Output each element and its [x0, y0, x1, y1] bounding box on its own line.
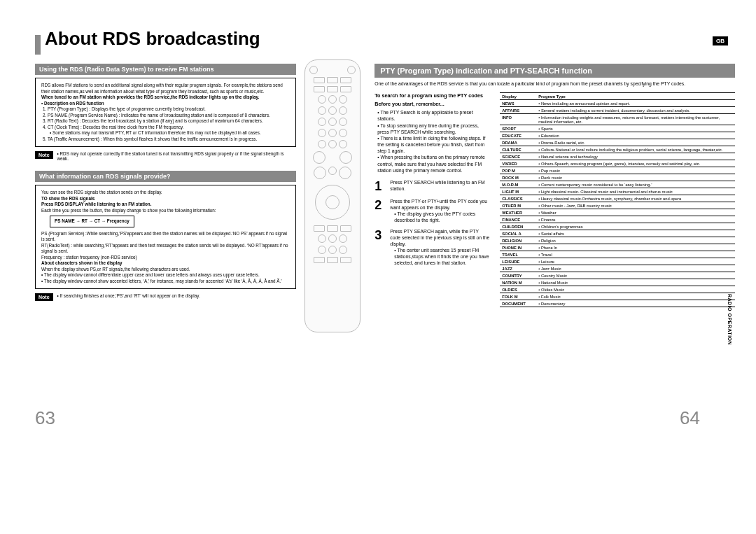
- section-header-info: What information can RDS signals provide…: [35, 171, 296, 182]
- step-text: Press PTY SEARCH while listening to an F…: [390, 179, 490, 194]
- pty-description: Rock music: [536, 174, 735, 181]
- pty-row: CHILDRENChildren's programmes: [500, 223, 735, 230]
- pty-display: FOLK M: [500, 293, 536, 300]
- pty-display: LEISURE: [500, 258, 536, 265]
- pty-table: Display Program Type NEWSNews including …: [500, 92, 735, 307]
- section-header-rds: Using the RDS (Radio Data System) to rec…: [35, 64, 296, 75]
- pty-col-display: Display: [500, 93, 536, 100]
- box2-c3: • The display window cannot show accente…: [41, 279, 290, 285]
- note-badge: Note: [35, 151, 53, 159]
- rds-item: 3. RT (Radio Text) : Decodes the text br…: [43, 118, 290, 125]
- box2-line1: You can see the RDS signals the station …: [41, 190, 290, 196]
- section-header-pty: PTY (Program Type) indication and PTY-SE…: [374, 64, 735, 78]
- rds-item-sub: • Some stations may not transmit PTY, RT…: [43, 130, 290, 136]
- pty-display: EDUCATE: [500, 132, 536, 139]
- pty-bullet: To stop searching any time during the pr…: [377, 122, 490, 135]
- pty-row: LIGHT MLight classical music- Classical …: [500, 188, 735, 195]
- pty-display: RELIGION: [500, 237, 536, 244]
- page-number-left: 63: [35, 407, 55, 429]
- pty-description: Heavy classical music-Orchestra music, s…: [536, 195, 735, 202]
- pty-row: OLDIESOldies Music: [500, 286, 735, 293]
- pty-description: Pop music: [536, 167, 735, 174]
- box2-h2: Press RDS DISPLAY while listening to an …: [41, 202, 151, 206]
- region-badge: GB: [713, 36, 728, 45]
- step-2: 2 Press the PTY-or PTY+until the PTY cod…: [374, 198, 490, 224]
- pty-display: WEATHER: [500, 209, 536, 216]
- pty-description: Religion: [536, 237, 735, 244]
- side-tab: RADIO OPERATION: [727, 294, 732, 345]
- step-1: 1 Press PTY SEARCH while listening to an…: [374, 179, 490, 194]
- note-badge: Note: [35, 293, 53, 301]
- box2-freq: Frequency : station frequency (non-RDS s…: [41, 255, 137, 260]
- pty-row: INFOInformation including weights and me…: [500, 114, 735, 125]
- step-text: Press the PTY-or PTY+until the PTY code …: [390, 198, 490, 211]
- remote-control-illustration: [304, 59, 360, 332]
- pty-display: LIGHT M: [500, 188, 536, 195]
- pty-description: Light classical music- Classical music a…: [536, 188, 735, 195]
- search-heading: To search for a program using the PTY co…: [374, 92, 490, 99]
- box2-line2: Each time you press the button, the disp…: [41, 208, 290, 214]
- pty-display: FINANCE: [500, 216, 536, 223]
- pty-row: FOLK MFolk Music: [500, 293, 735, 300]
- rds-intro: RDS allows FM stations to send an additi…: [41, 83, 290, 94]
- rds-item: 4. CT (Clock Time) : Decodes the real ti…: [43, 125, 290, 131]
- right-page: PTY (Program Type) indication and PTY-SE…: [374, 59, 735, 332]
- pty-description: Phone In: [536, 244, 735, 251]
- pty-display: NATION M: [500, 279, 536, 286]
- pty-description: Current contemporary music considered to…: [536, 181, 735, 188]
- pty-row: SCIENCENatural science and technology: [500, 153, 735, 160]
- pty-row: DOCUMENTDocumentary: [500, 300, 735, 307]
- pty-row: SOCIAL ASocial affairs: [500, 230, 735, 237]
- pty-display: VARIED: [500, 160, 536, 167]
- pty-row: VARIEDOthers-Speech, amusing program (qu…: [500, 160, 735, 167]
- pty-description: Sports: [536, 125, 735, 132]
- pty-intro: One of the advantages of the RDS service…: [374, 80, 735, 87]
- pty-row: POP MPop music: [500, 167, 735, 174]
- pty-description: Social affairs: [536, 230, 735, 237]
- pty-display: OTHER M: [500, 202, 536, 209]
- rds-description-box: RDS allows FM stations to send an additi…: [35, 78, 296, 147]
- pty-display: CLASSICS: [500, 195, 536, 202]
- pty-description: Others-Speech, amusing program (quiz, ga…: [536, 160, 735, 167]
- box2-c2: • The display window cannot differentiat…: [41, 272, 290, 279]
- pty-bullet: There is a time limit in doing the follo…: [377, 135, 490, 155]
- pty-display: DRAMA: [500, 139, 536, 146]
- pty-display: POP M: [500, 167, 536, 174]
- pty-description: Culture-National or local culture includ…: [536, 146, 735, 153]
- pty-row: COUNTRYCountry Music: [500, 272, 735, 279]
- pty-bullet: When pressing the buttons on the primary…: [377, 154, 490, 174]
- pty-display: DOCUMENT: [500, 300, 536, 307]
- pty-row: NATION MNational Music: [500, 279, 735, 286]
- step-number: 2: [374, 198, 386, 224]
- pty-description: Finance: [536, 216, 735, 223]
- pty-row: EDUCATEEducation: [500, 132, 735, 139]
- rds-desc-heading: Description on RDS function: [44, 101, 104, 106]
- step-text: Press PTY SEARCH again, while the PTY co…: [390, 228, 490, 248]
- pty-row: SPORTSports: [500, 125, 735, 132]
- rds-item: 5. TA (Traffic Announcement) : When this…: [43, 136, 290, 143]
- page-title: About RDS broadcasting: [45, 28, 735, 50]
- pty-row: ROCK MRock music: [500, 174, 735, 181]
- pty-description: National Music: [536, 279, 735, 286]
- step-3: 3 Press PTY SEARCH again, while the PTY …: [374, 228, 490, 267]
- pty-description: Drama-Radio serial, etc.: [536, 139, 735, 146]
- pty-col-type: Program Type: [536, 93, 735, 100]
- pty-row: FINANCEFinance: [500, 216, 735, 223]
- rds-item: 2. PS NAME (Program Service Name) : Indi…: [43, 113, 290, 119]
- pty-display: PHONE IN: [500, 244, 536, 251]
- remember-heading: Before you start, remember...: [374, 101, 490, 107]
- pty-display: ROCK M: [500, 174, 536, 181]
- pty-display: JAZZ: [500, 265, 536, 272]
- arrow-sequence: PS NAME → RT → CT → Frequency: [50, 216, 134, 227]
- page-number-right: 64: [680, 407, 700, 429]
- accent-bar: [35, 35, 41, 55]
- pty-row: NEWSNews including an announced opinion …: [500, 100, 735, 107]
- pty-description: Documentary: [536, 300, 735, 307]
- pty-display: SPORT: [500, 125, 536, 132]
- pty-description: Weather: [536, 209, 735, 216]
- rds-bold-note: When tuned to an FM station which provid…: [41, 94, 259, 99]
- pty-row: PHONE INPhone In: [500, 244, 735, 251]
- pty-display: NEWS: [500, 100, 536, 107]
- pty-description: Children's programmes: [536, 223, 735, 230]
- pty-row: DRAMADrama-Radio serial, etc.: [500, 139, 735, 146]
